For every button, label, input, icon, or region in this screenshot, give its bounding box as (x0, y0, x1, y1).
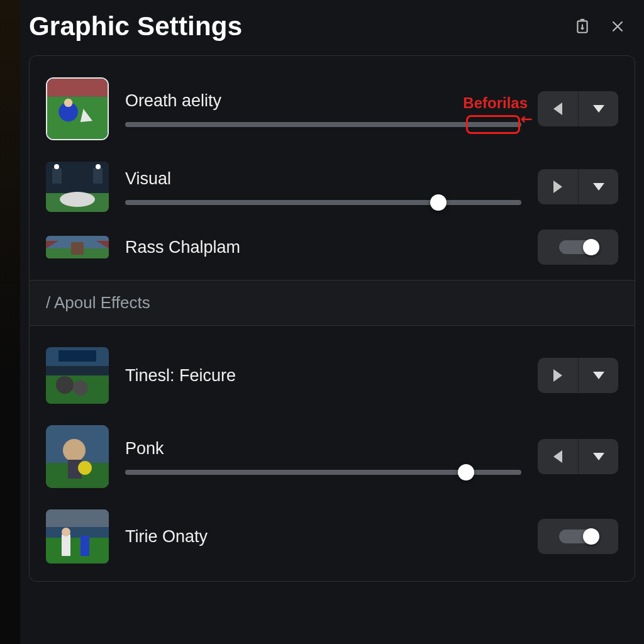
control-visual (538, 169, 618, 204)
setting-row-tinesl-feicure: Tinesl: Feicure (46, 337, 618, 415)
control-tirie (538, 519, 618, 554)
control-rass (538, 230, 618, 265)
slider-knob[interactable] (430, 194, 447, 211)
slider-visual[interactable] (125, 200, 521, 205)
slider-row (125, 470, 521, 475)
setting-label: Ponk (125, 439, 521, 458)
thumbnail-oreath-aelity (46, 77, 109, 140)
panel-body: Oreath aelity Beforilas ↙ (29, 55, 635, 582)
highlight-box (466, 115, 520, 134)
svg-point-26 (78, 461, 92, 475)
svg-point-12 (96, 164, 101, 169)
setting-label: Visual (125, 169, 521, 189)
thumbnail-tirie (46, 509, 109, 564)
setting-label: Tinesl: Feicure (125, 366, 521, 386)
svg-rect-18 (58, 350, 96, 362)
toggle-tirie-onaty[interactable] (538, 519, 618, 554)
chevron-left-icon (553, 450, 562, 463)
close-icon[interactable] (609, 18, 626, 35)
svg-rect-32 (80, 536, 89, 556)
svg-point-31 (62, 528, 70, 536)
header-actions (574, 18, 626, 35)
slider-row: Beforilas ↙ (125, 122, 521, 127)
setting-main-rass: Rass Chalplam (125, 238, 521, 257)
section-effects: Tinesl: Feicure (30, 326, 635, 581)
section-main: Oreath aelity Beforilas ↙ (30, 56, 635, 280)
svg-point-21 (73, 380, 88, 396)
thumbnail-tinesl (46, 347, 109, 404)
thumbnail-visual (46, 162, 109, 212)
slider-ponk[interactable] (125, 470, 521, 475)
reset-icon[interactable] (574, 18, 591, 35)
chevron-down-icon (593, 105, 604, 113)
setting-row-oreath-aelity: Oreath aelity Beforilas ↙ (46, 67, 618, 152)
backdrop-edge (0, 0, 20, 644)
chevron-right-icon (553, 369, 562, 382)
svg-rect-28 (46, 509, 109, 527)
slider-row (125, 200, 521, 205)
svg-rect-30 (62, 535, 70, 556)
svg-rect-2 (47, 79, 108, 97)
dropdown-button[interactable] (578, 358, 618, 393)
setting-label: Rass Chalplam (125, 238, 521, 257)
svg-rect-3 (47, 97, 108, 139)
svg-point-24 (63, 439, 86, 462)
setting-row-rass-chalplam: Rass Chalplam (46, 223, 618, 274)
control-tinesl (538, 358, 618, 393)
thumbnail-rass-chalplam (46, 236, 109, 258)
next-button[interactable] (538, 169, 578, 204)
stepper-ponk (538, 439, 618, 474)
panel-header: Graphic Settings (20, 0, 644, 55)
stepper-tinesl (538, 358, 618, 393)
prev-button[interactable] (538, 439, 578, 474)
svg-point-5 (64, 99, 72, 107)
setting-label: Oreath aelity (125, 91, 521, 111)
dropdown-button[interactable] (578, 169, 618, 204)
slider-oreath[interactable] (125, 122, 521, 127)
setting-row-visual: Visual (46, 152, 618, 223)
toggle-rass-chalplam[interactable] (538, 230, 618, 265)
setting-row-tirie-onaty: Tirie Onaty (46, 499, 618, 575)
dropdown-button[interactable] (578, 439, 618, 474)
control-ponk (538, 439, 618, 474)
toggle-knob (583, 528, 599, 545)
toggle-knob (583, 239, 599, 255)
panel-title: Graphic Settings (29, 11, 242, 42)
stepper-visual (538, 169, 618, 204)
settings-panel: Graphic Settings (20, 0, 644, 644)
svg-point-20 (56, 376, 74, 394)
setting-main-ponk: Ponk (125, 439, 521, 475)
svg-rect-10 (93, 168, 103, 184)
toggle-track (559, 240, 597, 254)
next-button[interactable] (538, 358, 578, 393)
setting-main-visual: Visual (125, 169, 521, 205)
dropdown-button[interactable] (578, 91, 618, 126)
setting-main-oreath: Oreath aelity Beforilas ↙ (125, 91, 521, 127)
stepper-oreath (538, 91, 618, 126)
setting-main-tirie: Tirie Onaty (125, 527, 521, 547)
svg-rect-29 (46, 538, 109, 564)
chevron-down-icon (593, 453, 604, 460)
svg-point-11 (54, 164, 59, 169)
svg-rect-15 (71, 242, 84, 255)
prev-button[interactable] (538, 91, 578, 126)
chevron-right-icon (553, 180, 562, 193)
svg-point-8 (60, 192, 95, 207)
chevron-down-icon (593, 372, 604, 379)
thumbnail-ponk (46, 425, 109, 488)
control-oreath (538, 91, 618, 126)
setting-main-tinesl: Tinesl: Feicure (125, 366, 521, 386)
slider-knob[interactable] (458, 464, 474, 480)
section-header-effects: / Apoul Effects (30, 280, 635, 326)
toggle-track (559, 530, 597, 543)
annotation-beforilas: Beforilas ↙ (463, 94, 528, 112)
svg-rect-9 (52, 168, 62, 184)
chevron-down-icon (593, 183, 604, 191)
setting-row-ponk: Ponk (46, 415, 618, 499)
setting-label: Tirie Onaty (125, 527, 521, 547)
chevron-left-icon (553, 103, 562, 115)
